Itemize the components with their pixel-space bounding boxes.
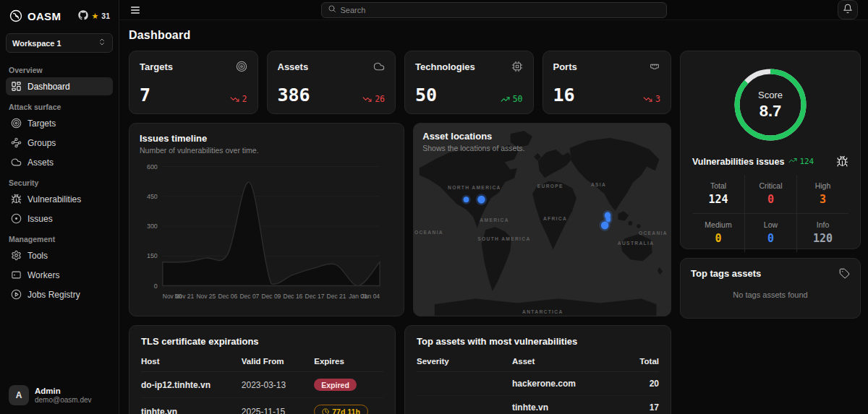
sidebar-item-dashboard[interactable]: Dashboard [6, 77, 113, 95]
issues-timeline-card: Issues timeline Number of vulnerabilitie… [129, 123, 404, 316]
column-header: Valid From [242, 357, 315, 366]
vulnerabilities-trend: 124 [788, 156, 814, 167]
nav-section-label: Overview [9, 66, 110, 74]
menu-toggle-button[interactable] [129, 4, 141, 16]
nav-section-label: Management [9, 235, 110, 243]
workspace-name: Workspace 1 [12, 39, 93, 48]
timeline-subtitle: Number of vulnerabilities over time. [140, 146, 393, 155]
sidebar-item-groups[interactable]: Groups [6, 134, 113, 152]
map-region-label: AFRICA [543, 216, 567, 221]
severity-stat-critical: Critical0 [744, 175, 796, 213]
search-box[interactable] [321, 2, 667, 18]
map-region-label: NORTH AMERICA [448, 185, 501, 190]
score-ring: Score 8.7 [692, 66, 848, 144]
tls-table-row[interactable]: do-ip12.tinhte.vn2023-03-13Expired [141, 372, 383, 398]
sidebar-item-jobs-registry[interactable]: Jobs Registry [6, 285, 113, 303]
notifications-button[interactable] [838, 0, 858, 20]
dashboard-icon [11, 81, 22, 92]
severity-stat-info: Info120 [796, 213, 848, 252]
map-subtitle: Shows the locations of assets. [422, 144, 524, 152]
trend-down-icon [643, 95, 652, 104]
tls-expirations-card: TLS certificate expirations HostValid Fr… [129, 325, 396, 414]
expiring-badge: 77d 11h [314, 405, 368, 414]
map-region-label: EUROPE [537, 184, 563, 189]
circle-dot-icon [11, 213, 22, 224]
bug-icon [836, 155, 848, 168]
asset-location-dot [464, 197, 469, 202]
github-icon [78, 10, 88, 20]
cloud-icon [373, 61, 385, 72]
sidebar-item-workers[interactable]: Workers [6, 266, 113, 284]
stat-card-ports: Ports16 3 [542, 51, 672, 114]
tls-table-row[interactable]: tinhte.vn2025-11-15 77d 11h [141, 398, 383, 414]
chevrons-up-down-icon [98, 38, 106, 46]
logo-icon [9, 9, 23, 23]
nav-section-label: Attack surface [9, 103, 110, 111]
port-icon [649, 61, 660, 72]
app-root: OASM ★ 31 Workspace 1 OverviewDashboardA… [0, 0, 868, 414]
port-icon [649, 61, 660, 72]
map-region-label: SOUTH AMERICA [478, 236, 531, 241]
top-tags-card: Top tags assets No tags assets found [680, 258, 861, 319]
stat-card-technologies: Technologies50 50 [404, 51, 534, 114]
column-header: Expires [314, 357, 383, 366]
stat-trend: 26 [362, 94, 385, 104]
bell-icon [843, 4, 853, 14]
gear-icon [11, 250, 22, 261]
tags-empty-state: No tags assets found [691, 290, 850, 299]
brand-name: OASM [27, 10, 61, 22]
stat-card-targets: Targets7 2 [129, 51, 258, 114]
map-region-label: ASIA [591, 182, 606, 187]
stat-label: Assets [278, 61, 309, 72]
github-stars-link[interactable]: ★ 31 [78, 10, 110, 22]
user-menu[interactable]: A Admin demo@oasm.dev [6, 378, 113, 414]
svg-text:Jan 04: Jan 04 [362, 293, 380, 300]
target-icon [236, 61, 247, 72]
top-asset-row[interactable]: hackerone.com20 [417, 372, 659, 396]
stat-label: Targets [140, 61, 173, 72]
sidebar-item-targets[interactable]: Targets [6, 114, 113, 132]
user-email: demo@oasm.dev [35, 396, 92, 405]
tag-icon [839, 268, 850, 279]
workspace-selector[interactable]: Workspace 1 [6, 33, 113, 53]
bell-icon [843, 4, 853, 16]
page-title: Dashboard [129, 29, 861, 42]
asset-locations-card: NORTH AMERICAEUROPEASIAAMERICAAFRICASOUT… [413, 123, 671, 316]
severity-stat-total: Total124 [692, 175, 744, 213]
svg-text:Nov 21: Nov 21 [174, 293, 194, 300]
svg-text:Dec 21: Dec 21 [327, 293, 346, 300]
waypoints-icon [11, 137, 22, 148]
map-region-label: AMERICA [480, 217, 509, 223]
stat-value: 386 [278, 86, 310, 104]
svg-text:Dec 16: Dec 16 [284, 293, 303, 300]
stat-label: Technologies [415, 61, 475, 72]
stats-row: Targets7 2Assets386 26Technologies50 50P… [129, 51, 671, 114]
column-header: Severity [417, 357, 512, 366]
github-icon [78, 10, 88, 22]
sidebar-item-tools[interactable]: Tools [6, 246, 113, 264]
sidebar-header: OASM ★ 31 [6, 0, 113, 32]
cpu-icon [511, 61, 523, 72]
timeline-title: Issues timeline [140, 133, 393, 144]
bug-icon [836, 155, 848, 168]
avatar: A [9, 385, 29, 405]
tls-table-header: HostValid FromExpires [141, 357, 383, 372]
stat-label: Ports [553, 61, 577, 72]
topbar [119, 0, 868, 20]
sidebar-nav: OverviewDashboardAttack surfaceTargetsGr… [6, 59, 113, 378]
issues-timeline-chart: 0150300450600Nov 20Nov 21Nov 25Dec 06Dec… [140, 159, 384, 308]
search-icon [328, 4, 336, 15]
sidebar-item-assets[interactable]: Assets [6, 153, 113, 171]
stat-trend: 2 [230, 94, 247, 104]
map-region-label: AUSTRALIA [618, 241, 654, 246]
expired-badge: Expired [314, 379, 357, 391]
search-input[interactable] [341, 6, 660, 14]
stat-value: 50 [415, 86, 437, 104]
sidebar-item-issues[interactable]: Issues [6, 210, 113, 228]
asset-location-dot [477, 196, 485, 204]
top-asset-row[interactable]: tinhte.vn17 [417, 396, 659, 414]
play-circle-icon [11, 289, 22, 300]
severity-stat-medium: Medium0 [692, 213, 744, 252]
sidebar-item-vulnerabilities[interactable]: Vulnerabilities [6, 190, 113, 208]
column-header: Total [626, 357, 659, 366]
